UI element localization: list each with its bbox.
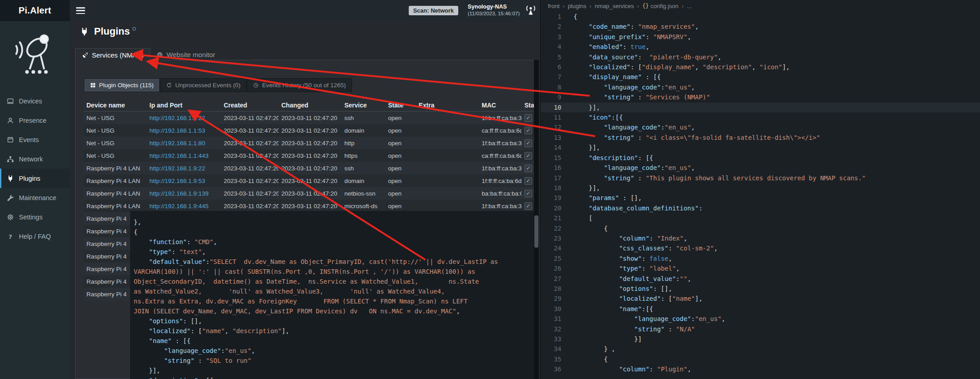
editor-line[interactable]: 36 "column": "Plugin", [541,364,980,374]
column-header-device-name[interactable]: Device name [84,102,147,109]
table-row: Raspberry Pi 4 LANhttp://192.168.1.9:139… [84,187,534,200]
hamburger-menu-icon[interactable] [76,7,85,14]
state-cell: open [385,127,416,134]
page-scrollbar[interactable] [534,60,539,379]
editor-line[interactable]: 29 "localized": ["name"], [541,294,980,303]
column-header-extra[interactable]: Extra [416,102,479,109]
status-cell: ✓ [522,177,534,185]
column-header-mac[interactable]: MAC [479,102,522,109]
inner-tab-events-history-50-out-of-1265[interactable]: Events History (50 out of 1265) [247,78,352,92]
editor-line[interactable]: 33 }] [541,334,980,344]
tab-services-nmap[interactable]: Services (NMAP) [75,48,150,62]
editor-line[interactable]: 35 { [541,354,980,364]
ip-port-link[interactable]: http://192.168.1.9:139 [149,190,208,197]
inner-tab-label: Unprocessed Events (0) [175,82,240,89]
sidebar-item-devices[interactable]: Devices [0,91,70,111]
editor-line[interactable]: 11 "icon":[{ [541,112,980,122]
breadcrumb-separator: › [637,3,639,9]
status-checkbox[interactable]: ✓ [524,202,532,210]
line-code: "language_code":"en_us", [561,82,695,92]
line-code: "unique_prefix": "NMAPSRV", [561,32,691,42]
line-code: "show": false, [561,254,672,263]
inner-tab-plugin-objects-115[interactable]: Plugin Objects (115) [84,78,160,92]
line-number: 4 [541,42,561,52]
editor-line[interactable]: 21 [ [541,213,980,223]
app-logo[interactable]: Pi.Alert [0,0,70,21]
sidebar-menu: DevicesPresenceEventsNetworkPluginsMaint… [0,91,70,246]
editor-line[interactable]: 26 "type": "label", [541,263,980,273]
broadcast-icon[interactable] [525,5,536,16]
editor-line[interactable]: 4 "enabled": true, [541,42,980,52]
line-code: "description": [{ [561,153,653,163]
editor-line[interactable]: 15 "description": [{ [541,153,980,163]
ip-port-link[interactable]: http://192.168.1.9:22 [149,165,205,172]
editor-line[interactable]: 7 "display_name" : [{ [541,72,980,82]
editor-line[interactable]: 2 "code_name": "nmap_services", [541,22,980,31]
ip-port-link[interactable]: http://192.168.1.1:80 [149,140,205,147]
satellite-dish-icon [82,52,88,58]
column-header-status[interactable]: Status [522,102,534,109]
sidebar-item-network[interactable]: Network [0,149,70,169]
status-checkbox[interactable]: ✓ [524,152,532,160]
top-navbar: Scan: Network Synology-NAS (11/03/2023, … [70,0,540,21]
line-code: "string" : "N/A" [561,324,695,334]
ip-port-link[interactable]: http://192.168.1.9:53 [149,178,205,184]
column-header-changed[interactable]: Changed [279,102,342,109]
breadcrumb-item-nmap-services[interactable]: nmap_services [595,3,634,9]
editor-line[interactable]: 27 "default_value":"", [541,274,980,284]
editor-line[interactable]: 12 "language_code":"en_us", [541,122,980,132]
status-checkbox[interactable]: ✓ [524,177,532,185]
editor-line[interactable]: 20 "database_column_definitions": [541,203,980,213]
editor-line[interactable]: 13 "string" : "<i class=\"fa-solid fa-sa… [541,133,980,143]
ip-port-link[interactable]: http://192.168.1.9:445 [149,203,208,210]
sidebar-item-events[interactable]: Events [0,130,70,149]
sidebar-item-plugins[interactable]: Plugins [0,169,70,188]
status-checkbox[interactable]: ✓ [524,127,532,134]
breadcrumb-item-config-json[interactable]: {}config.json [642,3,679,9]
status-checkbox[interactable]: ✓ [524,165,532,172]
editor-line[interactable]: 17 "string" : "This plugin shows all ser… [541,173,980,183]
status-checkbox[interactable]: ✓ [524,190,532,197]
line-number: 27 [541,274,561,284]
editor-line[interactable]: 16 "language_code":"en_us", [541,163,980,173]
editor-line[interactable]: 9 "string" : "Services (NMAP)" [541,92,980,102]
sidebar-item-settings[interactable]: Settings [0,207,70,227]
status-checkbox[interactable]: ✓ [524,114,532,122]
line-code: "options": [], [561,284,672,294]
column-header-ip-and-port[interactable]: Ip and Port [147,102,221,109]
breadcrumb-item-front[interactable]: front [548,3,560,9]
editor-line[interactable]: 28 "options": [], [541,284,980,294]
editor-line[interactable]: 19 "params" : [], [541,193,980,203]
editor-line[interactable]: 23 "column": "Index", [541,233,980,243]
sidebar-item-maintenance[interactable]: Maintenance [0,188,70,207]
editor-line[interactable]: 1{ [541,12,980,22]
editor-line[interactable]: 32 "string" : "N/A" [541,324,980,334]
scrollbar-thumb[interactable] [534,215,538,248]
objects-icon [90,82,96,88]
sidebar-item-help-faq[interactable]: ?Help / FAQ [0,227,70,246]
column-header-created[interactable]: Created [221,102,279,109]
breadcrumb-item-[interactable]: ... [687,3,692,9]
editor-line[interactable]: 3 "unique_prefix": "NMAPSRV", [541,32,980,42]
editor-line[interactable]: 8 "language_code":"en_us", [541,82,980,92]
status-checkbox[interactable]: ✓ [524,139,532,147]
breadcrumb-item-plugins[interactable]: plugins [568,3,586,9]
editor-line[interactable]: 31 "language_code":"en_us", [541,314,980,324]
editor-line[interactable]: 34 } , [541,344,980,354]
sidebar-item-presence[interactable]: Presence [0,111,70,130]
editor-line[interactable]: 25 "show": false, [541,254,980,263]
editor-line[interactable]: 10 }], [541,103,980,112]
ip-port-link[interactable]: http://192.168.1.1:443 [149,152,208,159]
editor-line[interactable]: 14 }], [541,143,980,152]
editor-line[interactable]: 5 "data_source": "pialert-db-query", [541,52,980,62]
ip-port-link[interactable]: http://192.168.1.1:22 [149,115,205,121]
editor-line[interactable]: 24 "css_classes": "col-sm-2", [541,243,980,253]
editor-line[interactable]: 22 { [541,223,980,233]
column-header-state[interactable]: State [385,102,416,109]
ip-port-link[interactable]: http://192.168.1.1:53 [149,127,205,134]
inner-tab-unprocessed-events-0[interactable]: Unprocessed Events (0) [160,78,247,92]
editor-line[interactable]: 30 "name":[{ [541,304,980,314]
column-header-service[interactable]: Service [342,102,385,109]
editor-line[interactable]: 6 "localized": ["display_name", "descrip… [541,62,980,72]
editor-line[interactable]: 18 }], [541,183,980,193]
